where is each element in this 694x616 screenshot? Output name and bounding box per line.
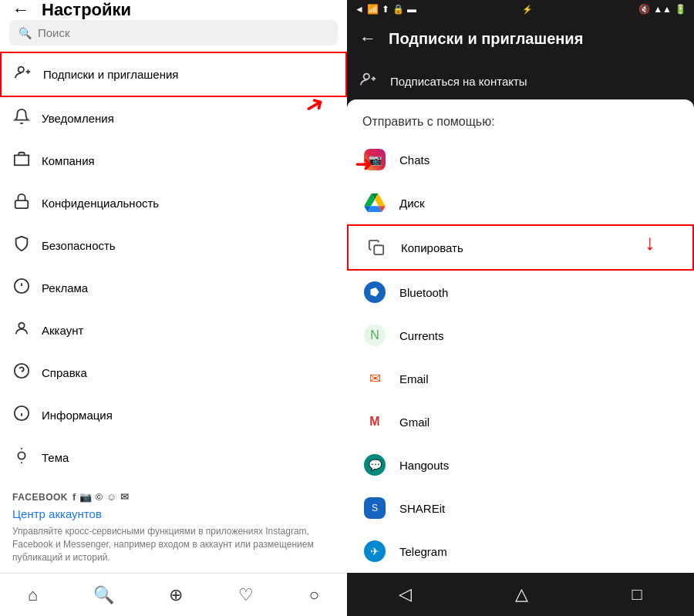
share-item-currents[interactable]: N Currents: [347, 314, 694, 357]
gmail-icon: M: [362, 409, 387, 434]
email-icon: ✉: [362, 366, 387, 391]
svg-rect-26: [374, 245, 383, 254]
left-panel: ← Настройки 🔍 Подписки и приглашения Уве…: [0, 0, 347, 616]
right-panel: ◄ 📶 ⬆ 🔒 ▬ ⚡ 🔇 ▲▲ 🔋 ← Подписки и приглаше…: [347, 0, 694, 616]
drive-icon: [362, 190, 387, 215]
security-label: Безопасность: [42, 239, 116, 252]
facebook-header: FACEBOOK f 📷 © ☺ ✉: [12, 491, 335, 503]
wifi-icon: 📶: [367, 4, 379, 15]
share-item-bluetooth[interactable]: ⭓ Bluetooth: [347, 271, 694, 314]
upload-icon: ⬆: [382, 4, 389, 15]
follow-contacts-label: Подписаться на контакты: [390, 75, 527, 88]
chats-label: Chats: [399, 153, 430, 167]
theme-label: Тема: [42, 451, 69, 464]
company-label: Компания: [42, 154, 95, 167]
menu-item-subscriptions[interactable]: Подписки и приглашения: [0, 52, 347, 97]
menu-item-account[interactable]: Аккаунт: [0, 309, 347, 352]
left-bottom-nav: ⌂ 🔍 ⊕ ♡ ○: [0, 573, 347, 616]
share-item-telegram[interactable]: ✈ Telegram: [347, 530, 694, 573]
menu-item-security[interactable]: Безопасность: [0, 224, 347, 267]
company-icon: [12, 150, 31, 171]
back-button[interactable]: ←: [12, 0, 29, 20]
menu-item-help[interactable]: Справка: [0, 352, 347, 394]
shareit-label: SHAREit: [399, 502, 445, 515]
nav-add-icon[interactable]: ⊕: [169, 585, 183, 605]
share-item-shareit[interactable]: S SHAREit: [347, 486, 694, 530]
right-back-button[interactable]: ←: [359, 29, 376, 49]
ads-icon: [12, 278, 31, 298]
nav-heart-icon[interactable]: ♡: [238, 585, 254, 605]
share-item-copy[interactable]: Копировать: [347, 224, 694, 271]
search-icon: 🔍: [19, 27, 32, 39]
menu-item-info[interactable]: Информация: [0, 394, 347, 436]
subscriptions-label: Подписки и приглашения: [43, 68, 178, 81]
bluetooth-icon: ⭓: [362, 280, 387, 305]
menu-item-privacy[interactable]: Конфиденциальность: [0, 182, 347, 224]
volume-icon: 🔇: [638, 4, 650, 15]
network-icon: ▲▲: [653, 4, 672, 15]
facebook-section: FACEBOOK f 📷 © ☺ ✉ Центр аккаунтов Управ…: [0, 479, 347, 576]
right-bottom-nav: ◁ △ □: [347, 573, 694, 616]
center-accounts-link[interactable]: Центр аккаунтов: [12, 503, 335, 525]
left-header: ← Настройки: [0, 0, 347, 20]
hangouts-label: Hangouts: [399, 459, 449, 472]
status-bar: ◄ 📶 ⬆ 🔒 ▬ ⚡ 🔇 ▲▲ 🔋: [347, 0, 694, 19]
right-title: Подписки и приглашения: [389, 30, 583, 48]
theme-icon: [12, 447, 31, 468]
privacy-icon: [12, 193, 31, 214]
currents-icon: N: [362, 323, 387, 348]
menu-item-company[interactable]: Компания: [0, 140, 347, 182]
telegram-label: Telegram: [399, 545, 447, 558]
status-right: 🔇 ▲▲ 🔋: [638, 4, 686, 15]
hangouts-icon: 💬: [362, 453, 387, 477]
media-icon: ▬: [407, 4, 416, 15]
disk-label: Диск: [399, 197, 425, 210]
search-input[interactable]: [38, 26, 328, 39]
menu-item-notifications[interactable]: Уведомления: [0, 97, 347, 140]
svg-point-8: [19, 323, 24, 328]
signal-icon: ◄: [355, 4, 364, 15]
help-label: Справка: [42, 366, 87, 379]
account-icon: [12, 320, 31, 341]
annotation-arrow-down: ↓: [645, 231, 655, 255]
share-item-email[interactable]: ✉ Email: [347, 357, 694, 400]
svg-point-0: [19, 67, 24, 72]
copy-label: Копировать: [401, 241, 463, 254]
facebook-title: FACEBOOK: [12, 492, 68, 503]
battery-icon: 🔋: [675, 4, 686, 15]
gmail-label: Gmail: [399, 416, 430, 429]
right-nav-home[interactable]: △: [515, 584, 528, 604]
share-item-hangouts[interactable]: 💬 Hangouts: [347, 443, 694, 486]
status-left: ◄ 📶 ⬆ 🔒 ▬: [355, 4, 416, 15]
share-item-disk[interactable]: Диск: [347, 181, 694, 224]
facebook-social-icons: f 📷 © ☺ ✉: [72, 491, 129, 503]
share-item-chats[interactable]: 📷 Chats: [347, 138, 694, 181]
telegram-icon: ✈: [362, 539, 387, 564]
info-label: Информация: [42, 409, 113, 422]
account-label: Аккаунт: [42, 324, 83, 337]
email-label: Email: [399, 372, 429, 385]
annotation-arrow-right: ➜: [355, 151, 372, 177]
follow-contacts-icon: [359, 71, 378, 92]
menu-item-ads[interactable]: Реклама: [0, 267, 347, 309]
nav-search-icon[interactable]: 🔍: [93, 585, 114, 605]
right-nav-recent[interactable]: □: [632, 584, 642, 604]
currents-label: Currents: [399, 329, 444, 342]
svg-point-17: [364, 74, 369, 79]
right-menu-follow-contacts[interactable]: Подписаться на контакты: [347, 59, 694, 104]
notifications-icon: [12, 108, 31, 129]
nav-home-icon[interactable]: ⌂: [28, 585, 38, 605]
share-item-gmail[interactable]: M Gmail: [347, 400, 694, 443]
left-title: Настройки: [42, 0, 131, 20]
search-bar[interactable]: 🔍: [9, 20, 338, 45]
svg-rect-4: [15, 200, 29, 208]
right-nav-back[interactable]: ◁: [399, 584, 412, 604]
menu-item-theme[interactable]: Тема: [0, 436, 347, 479]
nav-profile-icon[interactable]: ○: [309, 585, 319, 605]
ads-label: Реклама: [42, 281, 88, 295]
facebook-description: Управляйте кросс-сервисными функциями в …: [12, 525, 335, 573]
bluetooth-label: Bluetooth: [399, 286, 448, 299]
help-icon: [12, 362, 31, 383]
lock-icon: 🔒: [392, 4, 404, 15]
svg-point-14: [18, 452, 25, 459]
